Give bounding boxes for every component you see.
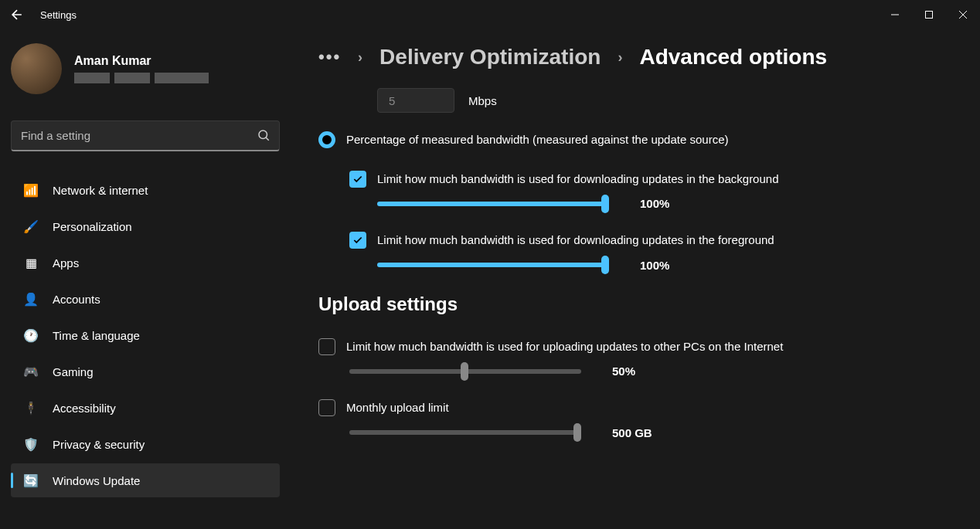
mbps-input[interactable]: 5	[377, 88, 454, 113]
chevron-right-icon: ›	[618, 49, 622, 66]
sidebar-item-time[interactable]: 🕐Time & language	[11, 318, 280, 352]
mbps-unit: Mbps	[468, 94, 497, 107]
close-button[interactable]	[955, 7, 971, 22]
minimize-button[interactable]	[887, 7, 903, 22]
maximize-button[interactable]	[921, 7, 937, 22]
search-box[interactable]	[11, 120, 280, 151]
sidebar-item-privacy[interactable]: 🛡️Privacy & security	[11, 427, 280, 461]
brush-icon: 🖌️	[23, 219, 39, 234]
upload-limit-checkbox[interactable]	[318, 338, 335, 355]
svg-line-5	[266, 137, 269, 141]
account-icon: 👤	[23, 291, 39, 307]
breadcrumb-current: Advanced options	[639, 45, 827, 70]
sidebar-item-windows-update[interactable]: 🔄Windows Update	[11, 463, 280, 497]
accessibility-icon: 🕴️	[23, 400, 39, 415]
bg-limit-value: 100%	[640, 197, 702, 210]
monthly-limit-label: Monthly upload limit	[346, 399, 449, 417]
search-input[interactable]	[11, 120, 280, 151]
upload-limit-slider[interactable]	[349, 369, 581, 374]
svg-rect-1	[926, 12, 933, 19]
apps-icon: ▦	[23, 255, 39, 270]
search-icon	[257, 128, 271, 145]
profile-name: Aman Kumar	[74, 54, 209, 68]
breadcrumb-overflow[interactable]: •••	[318, 47, 341, 67]
profile-email	[74, 73, 209, 83]
fg-limit-checkbox[interactable]	[349, 232, 366, 249]
avatar	[11, 43, 62, 94]
bg-limit-slider[interactable]	[377, 202, 609, 206]
sidebar-item-accounts[interactable]: 👤Accounts	[11, 282, 280, 316]
breadcrumb-parent[interactable]: Delivery Optimization	[379, 45, 601, 70]
monthly-limit-checkbox[interactable]	[318, 399, 335, 416]
bg-limit-label: Limit how much bandwidth is used for dow…	[377, 171, 779, 188]
chevron-right-icon: ›	[358, 49, 362, 66]
fg-limit-value: 100%	[640, 259, 702, 272]
percentage-radio-label: Percentage of measured bandwidth (measur…	[346, 131, 728, 149]
breadcrumb: ••• › Delivery Optimization › Advanced o…	[318, 45, 949, 70]
upload-limit-label: Limit how much bandwidth is used for upl…	[346, 338, 783, 356]
sidebar-item-apps[interactable]: ▦Apps	[11, 246, 280, 280]
sidebar-item-accessibility[interactable]: 🕴️Accessibility	[11, 391, 280, 425]
sidebar-item-gaming[interactable]: 🎮Gaming	[11, 354, 280, 388]
back-button[interactable]	[9, 7, 25, 22]
window-title: Settings	[40, 9, 77, 21]
sidebar-item-personalization[interactable]: 🖌️Personalization	[11, 209, 280, 243]
main-content: ••• › Delivery Optimization › Advanced o…	[288, 29, 980, 529]
svg-point-4	[259, 131, 267, 139]
percentage-radio[interactable]	[318, 131, 335, 148]
clock-icon: 🕐	[23, 327, 39, 343]
monthly-limit-slider[interactable]	[349, 430, 581, 435]
fg-limit-slider[interactable]	[377, 263, 609, 267]
fg-limit-label: Limit how much bandwidth is used for dow…	[377, 232, 774, 249]
upload-limit-value: 50%	[612, 365, 674, 378]
profile[interactable]: Aman Kumar	[11, 29, 280, 108]
sidebar-item-network[interactable]: 📶Network & internet	[11, 173, 280, 207]
shield-icon: 🛡️	[23, 436, 39, 452]
update-icon: 🔄	[23, 473, 39, 488]
game-icon: 🎮	[23, 364, 39, 379]
upload-settings-heading: Upload settings	[318, 293, 949, 315]
monthly-limit-value: 500 GB	[612, 426, 674, 439]
wifi-icon: 📶	[23, 182, 39, 198]
sidebar-nav: 📶Network & internet 🖌️Personalization ▦A…	[11, 173, 280, 497]
bg-limit-checkbox[interactable]	[349, 171, 366, 188]
